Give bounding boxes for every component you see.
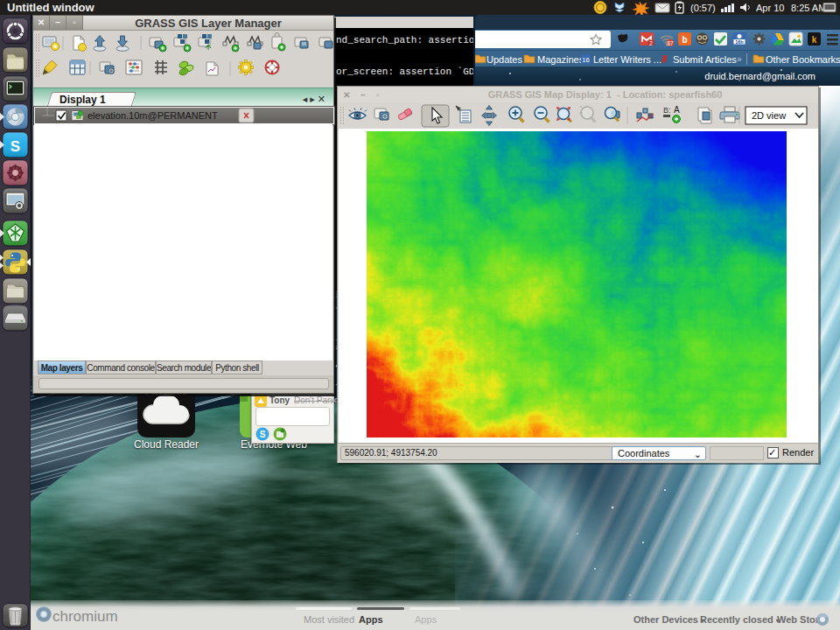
svg-text:S: S — [260, 430, 266, 439]
svg-text:A: A — [674, 105, 680, 115]
svg-text:87: 87 — [667, 40, 674, 46]
svg-text:2: 2 — [649, 40, 653, 46]
svg-text:Apr 10: Apr 10 — [756, 3, 784, 13]
svg-text:Submit Articles: Submit Articles — [673, 54, 737, 65]
svg-text:Updates: Updates — [486, 54, 522, 65]
svg-text:Other Bookmarks: Other Bookmarks — [766, 54, 840, 65]
svg-text:b: b — [682, 35, 687, 45]
svg-text:Letter Writers ...: Letter Writers ... — [593, 54, 662, 65]
svg-text:16h: 16h — [735, 39, 744, 45]
svg-text:16: 16 — [582, 56, 589, 64]
svg-text:elevation.10m@PERMANENT: elevation.10m@PERMANENT — [88, 110, 218, 121]
svg-text:k: k — [812, 35, 817, 45]
svg-text:S: S — [10, 138, 20, 155]
svg-text:2D view: 2D view — [752, 110, 786, 121]
svg-text:»: » — [737, 54, 742, 64]
svg-text:(0:57): (0:57) — [690, 3, 716, 13]
svg-text:Magazines: Magazines — [537, 54, 584, 65]
svg-text:8:25 AM: 8:25 AM — [791, 3, 826, 13]
svg-text:B:: B: — [663, 106, 671, 115]
